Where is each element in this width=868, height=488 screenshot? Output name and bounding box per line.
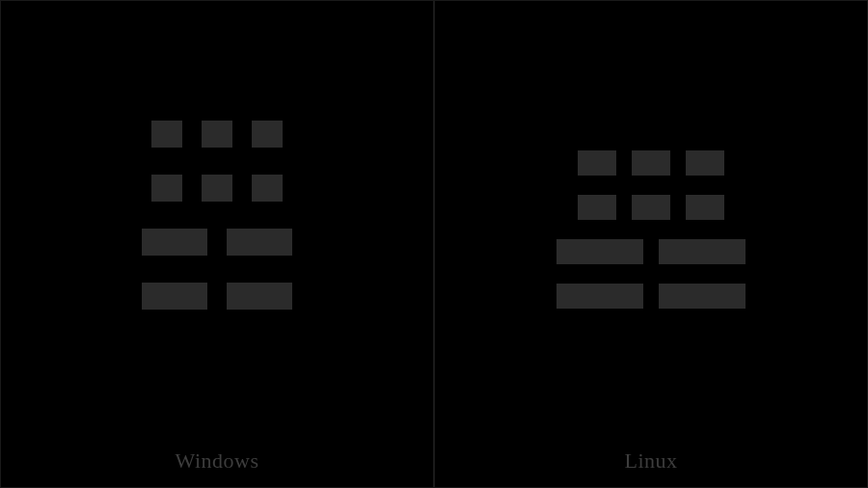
glyph-row — [556, 239, 746, 264]
glyph-segment — [252, 121, 283, 148]
glyph-segment — [202, 121, 232, 148]
glyph-row — [556, 284, 746, 309]
glyph-segment — [556, 239, 643, 264]
panel-linux: Linux — [434, 0, 868, 488]
glyph-row — [556, 150, 746, 176]
glyph-row — [142, 175, 292, 202]
glyph-row — [556, 195, 746, 220]
glyph-segment — [556, 284, 643, 309]
glyph-segment — [686, 150, 724, 176]
glyph-segment — [151, 121, 182, 148]
glyph-segment — [632, 195, 670, 220]
glyph-segment — [202, 175, 232, 202]
caption-windows: Windows — [1, 448, 433, 474]
glyph-segment — [227, 229, 292, 256]
panel-windows: Windows — [0, 0, 434, 488]
glyph-segment — [659, 284, 746, 309]
glyph-segment — [578, 195, 616, 220]
glyph-segment — [578, 150, 616, 176]
glyph-row — [142, 121, 292, 148]
glyph-segment — [151, 175, 182, 202]
glyph-segment — [686, 195, 724, 220]
glyph-segment — [632, 150, 670, 176]
glyph-segment — [227, 283, 292, 310]
glyph-row — [142, 229, 292, 256]
glyph-segment — [252, 175, 283, 202]
glyph-row — [142, 283, 292, 310]
caption-linux: Linux — [435, 448, 867, 474]
glyph-segment — [142, 283, 207, 310]
glyph-segment — [659, 239, 746, 264]
glyph-linux — [556, 150, 746, 309]
glyph-segment — [142, 229, 207, 256]
glyph-windows — [142, 121, 292, 310]
